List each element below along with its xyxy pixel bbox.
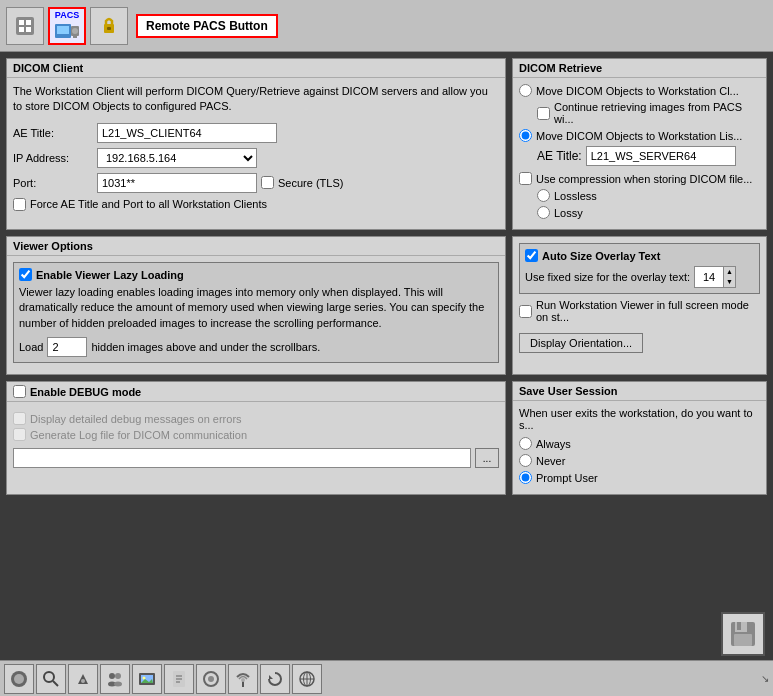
svg-rect-3 (19, 27, 24, 32)
prompt-radio[interactable] (519, 471, 532, 484)
svg-point-33 (208, 676, 214, 682)
taskbar-settings-btn[interactable] (196, 664, 226, 694)
pacs-tab-btn[interactable]: PACS (48, 7, 86, 45)
viewer-options-panel: Viewer Options Enable Viewer Lazy Loadin… (6, 236, 506, 375)
port-label: Port: (13, 177, 93, 189)
svg-point-18 (44, 672, 54, 682)
svg-point-24 (114, 681, 122, 686)
svg-point-20 (81, 679, 85, 683)
secure-tls-checkbox-label[interactable]: Secure (TLS) (261, 176, 343, 189)
viewer-right-panel: Auto Size Overlay Text Use fixed size fo… (512, 236, 767, 375)
lossless-radio[interactable] (537, 189, 550, 202)
svg-line-19 (53, 681, 58, 686)
spinbox-down-btn[interactable]: ▼ (723, 277, 735, 287)
never-label: Never (536, 455, 565, 467)
svg-rect-10 (104, 24, 114, 33)
top-row: DICOM Client The Workstation Client will… (6, 58, 767, 230)
lossy-label: Lossy (554, 207, 583, 219)
lossy-radio[interactable] (537, 206, 550, 219)
ae-title-input[interactable] (97, 123, 277, 143)
continue-retrieving-label: Continue retrieving images from PACS wi.… (554, 101, 760, 125)
svg-rect-5 (55, 24, 71, 38)
secure-tls-checkbox[interactable] (261, 176, 274, 189)
always-radio[interactable] (519, 437, 532, 450)
debug-mode-title: Enable DEBUG mode (30, 386, 141, 398)
compression-checkbox-label[interactable]: Use compression when storing DICOM file.… (519, 172, 760, 185)
browse-btn[interactable]: ... (475, 448, 499, 468)
port-input[interactable] (97, 173, 257, 193)
continue-retrieving-checkbox[interactable] (537, 107, 550, 120)
force-ae-checkbox[interactable] (13, 198, 26, 211)
svg-rect-9 (73, 36, 77, 38)
load-label: Load (19, 341, 43, 353)
move-list-radio[interactable] (519, 129, 532, 142)
prompt-label: Prompt User (536, 472, 598, 484)
lazy-loading-checkbox[interactable] (19, 268, 32, 281)
display-debug-text: Display detailed debug messages on error… (30, 413, 242, 425)
log-path-input[interactable] (13, 448, 471, 468)
taskbar-antenna-btn[interactable] (228, 664, 258, 694)
move-client-radio[interactable] (519, 84, 532, 97)
bottom-row: Enable DEBUG mode Display detailed debug… (6, 381, 767, 495)
svg-rect-1 (19, 20, 24, 25)
ip-address-label: IP Address: (13, 152, 93, 164)
compression-checkbox[interactable] (519, 172, 532, 185)
spinbox-up-btn[interactable]: ▲ (723, 267, 735, 277)
svg-marker-36 (269, 675, 273, 679)
load-suffix: hidden images above and under the scroll… (91, 341, 320, 353)
fixed-size-spinbox: ▲ ▼ (694, 266, 736, 288)
taskbar-tools-btn[interactable] (68, 664, 98, 694)
lossless-label: Lossless (554, 190, 597, 202)
lock-tab-btn[interactable] (90, 7, 128, 45)
viewer-options-title: Viewer Options (7, 237, 505, 256)
auto-size-title: Auto Size Overlay Text (542, 250, 660, 262)
secure-tls-label: Secure (TLS) (278, 177, 343, 189)
auto-size-checkbox[interactable] (525, 249, 538, 262)
display-debug-checkbox[interactable] (13, 412, 26, 425)
svg-rect-6 (57, 26, 69, 34)
taskbar-docs-btn[interactable] (164, 664, 194, 694)
taskbar-resize-handle: ↘ (761, 673, 769, 684)
svg-rect-2 (26, 20, 31, 25)
fixed-size-label: Use fixed size for the overlay text: (525, 271, 690, 283)
move-list-label: Move DICOM Objects to Workstation Lis... (536, 130, 742, 142)
fullscreen-checkbox[interactable] (519, 305, 532, 318)
dicom-retrieve-title: DICOM Retrieve (513, 59, 766, 78)
debug-panel: Enable DEBUG mode Display detailed debug… (6, 381, 506, 495)
retrieve-ae-input[interactable] (586, 146, 736, 166)
svg-rect-11 (107, 27, 111, 30)
save-session-title: Save User Session (513, 382, 766, 401)
debug-options: Display detailed debug messages on error… (13, 412, 499, 468)
lazy-loading-desc: Viewer lazy loading enables loading imag… (19, 285, 493, 331)
force-ae-text: Force AE Title and Port to all Workstati… (30, 198, 267, 210)
svg-rect-0 (16, 17, 34, 35)
fixed-size-input[interactable] (695, 271, 723, 283)
always-label: Always (536, 438, 571, 450)
fullscreen-label[interactable]: Run Workstation Viewer in full screen mo… (519, 299, 760, 323)
save-settings-btn[interactable] (721, 612, 765, 656)
ip-address-select[interactable]: 192.168.5.164 (97, 148, 257, 168)
taskbar-refresh-btn[interactable] (260, 664, 290, 694)
save-area (721, 612, 765, 656)
dicom-client-title: DICOM Client (7, 59, 505, 78)
load-value-input[interactable] (47, 337, 87, 357)
lazy-loading-title: Enable Viewer Lazy Loading (36, 269, 184, 281)
settings-tab-btn[interactable] (6, 7, 44, 45)
taskbar-home-btn[interactable] (4, 664, 34, 694)
main-content: DICOM Client The Workstation Client will… (0, 52, 773, 660)
svg-rect-14 (737, 622, 741, 630)
taskbar-users-btn[interactable] (100, 664, 130, 694)
remote-pacs-label: Remote PACS Button (136, 14, 278, 38)
generate-log-checkbox[interactable] (13, 428, 26, 441)
toolbar: PACS Remote PACS Button (0, 0, 773, 52)
display-orientation-btn[interactable]: Display Orientation... (519, 333, 643, 353)
taskbar-gallery-btn[interactable] (132, 664, 162, 694)
svg-point-21 (109, 673, 115, 679)
taskbar: ↘ (0, 660, 773, 696)
taskbar-search-btn[interactable] (36, 664, 66, 694)
force-ae-label[interactable]: Force AE Title and Port to all Workstati… (13, 198, 267, 211)
move-client-label: Move DICOM Objects to Workstation Cl... (536, 85, 739, 97)
debug-mode-checkbox[interactable] (13, 385, 26, 398)
taskbar-web-btn[interactable] (292, 664, 322, 694)
never-radio[interactable] (519, 454, 532, 467)
